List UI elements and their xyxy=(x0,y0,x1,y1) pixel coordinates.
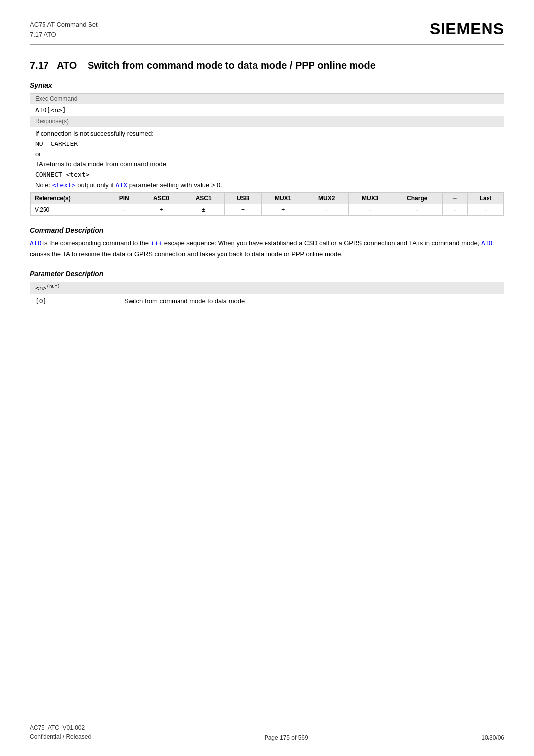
section-heading: ATO Switch from command mode to data mod… xyxy=(57,60,376,71)
footer-doc-id: AC75_ATC_V01.002 xyxy=(30,723,91,732)
exec-command-text: ATO[<n>] xyxy=(30,104,504,116)
table-row: V.250 - + ± + + - - - - - xyxy=(31,204,504,215)
desc-text-2: escape sequence: When you have establish… xyxy=(164,239,481,247)
page-footer: AC75_ATC_V01.002 Confidential / Released… xyxy=(30,720,504,741)
response-line-6: Note: <text> output only if ATX paramete… xyxy=(35,180,499,190)
siemens-logo: SIEMENS xyxy=(430,20,504,38)
val-last: - xyxy=(468,204,504,215)
response-line-5: CONNECT <text> xyxy=(35,170,499,180)
command-description-text: ATO is the corresponding command to the … xyxy=(30,238,504,260)
parameter-description-section: Parameter Description <n>(num) [0] Switc… xyxy=(30,270,504,308)
exec-command-label: Exec Command xyxy=(30,94,504,104)
col-mux3: MUX3 xyxy=(349,192,392,204)
col-mux1: MUX1 xyxy=(262,192,305,204)
val-mux1: + xyxy=(262,204,305,215)
val-arrow: - xyxy=(443,204,468,215)
ref-value: V.250 xyxy=(31,204,108,215)
val-mux3: - xyxy=(349,204,392,215)
header-title: AC75 AT Command Set 7.17 ATO xyxy=(30,20,98,39)
desc-text-1: is the corresponding command to the xyxy=(43,239,151,247)
response-line-2: NO CARRIER xyxy=(35,139,499,149)
desc-text-3: causes the TA to resume the data or GPRS… xyxy=(30,250,343,258)
command-description-label: Command Description xyxy=(30,226,504,234)
col-asc0: ASC0 xyxy=(140,192,182,204)
footer-date: 10/30/06 xyxy=(481,734,504,741)
escape-link[interactable]: +++ xyxy=(151,239,162,247)
section-title: 7.17 ATO Switch from command mode to dat… xyxy=(30,60,504,71)
response-line-3: or xyxy=(35,149,499,160)
section-number: 7.17 xyxy=(30,60,49,71)
col-arrow: → xyxy=(443,192,468,204)
val-usb: + xyxy=(225,204,262,215)
parameter-description-label: Parameter Description xyxy=(30,270,504,278)
response-line-4: TA returns to data mode from command mod… xyxy=(35,159,499,170)
syntax-label: Syntax xyxy=(30,81,504,89)
text-ref: <text> xyxy=(52,181,76,189)
col-charge: Charge xyxy=(392,192,443,204)
header-divider xyxy=(30,44,504,45)
response-content: If connection is not successfully resume… xyxy=(30,127,504,192)
param-name: <n> xyxy=(35,284,46,292)
page-header: AC75 AT Command Set 7.17 ATO SIEMENS xyxy=(30,20,504,39)
responses-label: Response(s) xyxy=(30,116,504,127)
response-line-1: If connection is not successfully resume… xyxy=(35,129,499,139)
param-header-row: <n>(num) xyxy=(30,282,504,294)
val-pin: - xyxy=(108,204,140,215)
footer-status: Confidential / Released xyxy=(30,732,91,741)
reference-table: Reference(s) PIN ASC0 ASC1 USB MUX1 MUX2… xyxy=(30,192,504,216)
param-val-0: Switch from command mode to data mode xyxy=(124,297,245,305)
param-superscript: (num) xyxy=(46,284,60,289)
val-mux2: - xyxy=(305,204,349,215)
val-asc0: + xyxy=(140,204,182,215)
param-key-0: [0] xyxy=(35,297,104,305)
col-pin: PIN xyxy=(108,192,140,204)
col-last: Last xyxy=(468,192,504,204)
val-asc1: ± xyxy=(182,204,225,215)
ref-col-header: Reference(s) xyxy=(31,192,108,204)
section-command: ATO xyxy=(57,60,77,71)
col-mux2: MUX2 xyxy=(305,192,349,204)
ato-link-2[interactable]: ATO xyxy=(481,239,492,247)
command-description-section: Command Description ATO is the correspon… xyxy=(30,226,504,260)
footer-page: Page 175 of 569 xyxy=(265,734,308,741)
param-row-0: [0] Switch from command mode to data mod… xyxy=(30,294,504,308)
ato-link-1[interactable]: ATO xyxy=(30,239,41,247)
col-asc1: ASC1 xyxy=(182,192,225,204)
footer-left: AC75_ATC_V01.002 Confidential / Released xyxy=(30,723,91,741)
syntax-box: Exec Command ATO[<n>] Response(s) If con… xyxy=(30,93,504,216)
val-charge: - xyxy=(392,204,443,215)
section-title-text: Switch from command mode to data mode / … xyxy=(88,60,376,71)
atx-link[interactable]: ATX xyxy=(116,181,127,189)
col-usb: USB xyxy=(225,192,262,204)
